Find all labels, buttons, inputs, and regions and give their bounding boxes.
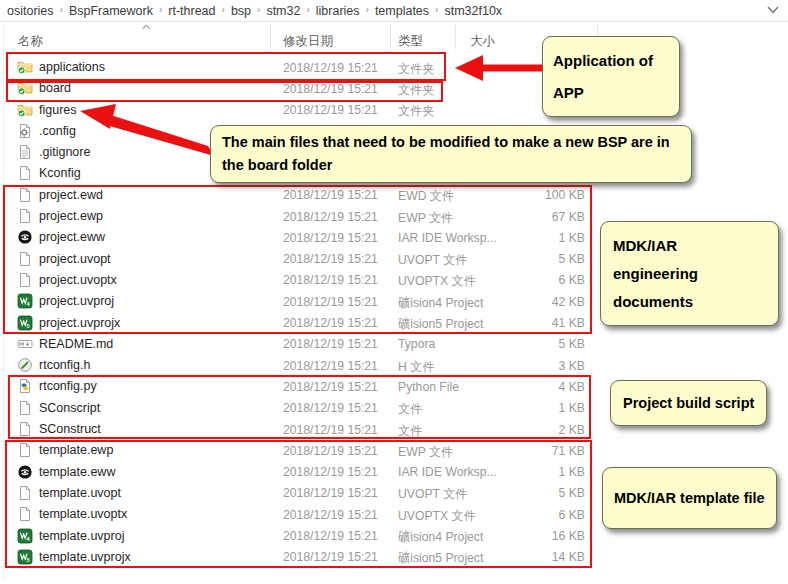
file-row-board[interactable]: board2018/12/19 15:21文件夹 bbox=[0, 78, 600, 99]
breadcrumb-separator-icon: › bbox=[256, 4, 261, 15]
file-date: 2018/12/19 15:21 bbox=[283, 401, 378, 415]
file-name: template.uvoptx bbox=[39, 507, 127, 521]
file-type: 文件夹 bbox=[398, 103, 435, 120]
file-date: 2018/12/19 15:21 bbox=[283, 82, 378, 96]
breadcrumb-item-BspFramework[interactable]: BspFramework bbox=[64, 4, 158, 18]
blank-file-icon bbox=[17, 165, 33, 181]
keil-uvision4-icon: 4 bbox=[17, 293, 33, 309]
file-date: 2018/12/19 15:21 bbox=[283, 444, 378, 458]
file-size: 1 KB bbox=[445, 465, 585, 479]
file-size: 2 KB bbox=[445, 423, 585, 437]
file-name: template.uvproj bbox=[39, 529, 124, 543]
file-size: 71 KB bbox=[445, 444, 585, 458]
callout-application-of-app: Application of APP bbox=[542, 36, 680, 117]
file-name: project.uvoptx bbox=[39, 273, 117, 287]
file-name: project.eww bbox=[39, 230, 105, 244]
file-size: 1 KB bbox=[445, 231, 585, 245]
file-row-template.uvopt[interactable]: template.uvopt2018/12/19 15:21UVOPT 文件5 … bbox=[0, 483, 600, 504]
file-name: SConstruct bbox=[39, 422, 101, 436]
folder-checked-icon bbox=[17, 102, 33, 118]
blank-file-icon bbox=[17, 272, 33, 288]
file-row-template.uvprojx[interactable]: 5template.uvprojx2018/12/19 15:21礦ision5… bbox=[0, 547, 600, 568]
file-row-SConscript[interactable]: SConscript2018/12/19 15:21文件1 KB bbox=[0, 398, 600, 419]
file-row-project.uvprojx[interactable]: 5project.uvprojx2018/12/19 15:21礦ision5 … bbox=[0, 313, 600, 334]
file-name: template.uvopt bbox=[39, 486, 121, 500]
file-type: 文件夹 bbox=[398, 82, 435, 99]
file-size: 67 KB bbox=[445, 210, 585, 224]
breadcrumb-item-stm32f10x[interactable]: stm32f10x bbox=[439, 4, 507, 18]
keil-uvision4-icon: 4 bbox=[17, 528, 33, 544]
breadcrumb-item-libraries[interactable]: libraries bbox=[311, 4, 365, 18]
file-date: 2018/12/19 15:21 bbox=[283, 508, 378, 522]
file-size: 42 KB bbox=[445, 295, 585, 309]
file-size: 5 KB bbox=[445, 486, 585, 500]
file-date: 2018/12/19 15:21 bbox=[283, 486, 378, 500]
blank-file-icon bbox=[17, 208, 33, 224]
blank-file-icon bbox=[17, 400, 33, 416]
file-date: 2018/12/19 15:21 bbox=[283, 252, 378, 266]
file-name: project.ewp bbox=[39, 209, 103, 223]
callout-project-build-script: Project build script bbox=[610, 380, 767, 426]
file-type: 文件 bbox=[398, 423, 422, 440]
file-row-SConstruct[interactable]: SConstruct2018/12/19 15:21文件2 KB bbox=[0, 419, 600, 440]
file-name: figures bbox=[39, 103, 77, 117]
file-name: SConscript bbox=[39, 401, 100, 415]
file-row-project.uvproj[interactable]: 4project.uvproj2018/12/19 15:21礦ision4 P… bbox=[0, 291, 600, 312]
breadcrumb-item-templates[interactable]: templates bbox=[370, 4, 434, 18]
column-header-date[interactable]: 修改日期 bbox=[283, 33, 333, 50]
file-row-rtconfig.py[interactable]: rtconfig.py2018/12/19 15:21Python File4 … bbox=[0, 376, 600, 397]
callout-board-folder-note: The main files that need to be modified … bbox=[210, 125, 692, 183]
file-type: 文件 bbox=[398, 401, 422, 418]
file-row-project.uvopt[interactable]: project.uvopt2018/12/19 15:21UVOPT 文件5 K… bbox=[0, 249, 600, 270]
file-name: project.uvproj bbox=[39, 294, 114, 308]
column-separator bbox=[390, 25, 391, 49]
file-size: 14 KB bbox=[445, 550, 585, 564]
breadcrumb-item-stm32[interactable]: stm32 bbox=[261, 4, 305, 18]
file-row-applications[interactable]: applications2018/12/19 15:21文件夹 bbox=[0, 57, 600, 78]
file-row-template.eww[interactable]: template.eww2018/12/19 15:21IAR IDE Work… bbox=[0, 462, 600, 483]
breadcrumb-item-ositories[interactable]: ositories bbox=[2, 4, 59, 18]
file-row-project.uvoptx[interactable]: project.uvoptx2018/12/19 15:21UVOPTX 文件6… bbox=[0, 270, 600, 291]
file-size: 6 KB bbox=[445, 273, 585, 287]
file-date: 2018/12/19 15:21 bbox=[283, 231, 378, 245]
sort-ascending-icon[interactable]: ^ bbox=[142, 24, 150, 35]
file-row-project.ewd[interactable]: project.ewd2018/12/19 15:21EWD 文件100 KB bbox=[0, 185, 600, 206]
file-size: 1 KB bbox=[445, 401, 585, 415]
file-size: 100 KB bbox=[445, 188, 585, 202]
file-name: project.ewd bbox=[39, 188, 103, 202]
column-header-name[interactable]: 名称 bbox=[18, 33, 43, 50]
file-row-template.ewp[interactable]: template.ewp2018/12/19 15:21EWP 文件71 KB bbox=[0, 440, 600, 461]
file-name: project.uvopt bbox=[39, 252, 111, 266]
iar-workspace-icon bbox=[17, 229, 33, 245]
file-date: 2018/12/19 15:21 bbox=[283, 423, 378, 437]
file-date: 2018/12/19 15:21 bbox=[283, 210, 378, 224]
file-name: rtconfig.py bbox=[39, 379, 97, 393]
breadcrumb-item-rt-thread[interactable]: rt-thread bbox=[163, 4, 220, 18]
callout-mdk-iar-engineering: MDK/IAR engineering documents bbox=[600, 221, 779, 326]
column-separator bbox=[270, 25, 271, 49]
file-date: 2018/12/19 15:21 bbox=[283, 465, 378, 479]
breadcrumb-item-bsp[interactable]: bsp bbox=[226, 4, 256, 18]
file-date: 2018/12/19 15:21 bbox=[283, 550, 378, 564]
file-row-README.md[interactable]: README.md2018/12/19 15:21Typora5 KB bbox=[0, 334, 600, 355]
file-row-rtconfig.h[interactable]: rtconfig.h2018/12/19 15:21H 文件3 KB bbox=[0, 355, 600, 376]
file-row-project.eww[interactable]: project.eww2018/12/19 15:21IAR IDE Works… bbox=[0, 227, 600, 248]
file-date: 2018/12/19 15:21 bbox=[283, 359, 378, 373]
file-date: 2018/12/19 15:21 bbox=[283, 295, 378, 309]
column-header-type[interactable]: 类型 bbox=[398, 33, 423, 50]
folder-checked-icon bbox=[17, 80, 33, 96]
column-header-size[interactable]: 大小 bbox=[470, 33, 495, 50]
svg-text:5: 5 bbox=[27, 323, 30, 329]
file-row-template.uvoptx[interactable]: template.uvoptx2018/12/19 15:21UVOPTX 文件… bbox=[0, 504, 600, 525]
file-row-project.ewp[interactable]: project.ewp2018/12/19 15:21EWP 文件67 KB bbox=[0, 206, 600, 227]
keil-uvision5-icon: 5 bbox=[17, 549, 33, 565]
file-row-figures[interactable]: figures2018/12/19 15:21文件夹 bbox=[0, 100, 600, 121]
file-type: 文件夹 bbox=[398, 61, 435, 78]
file-size: 5 KB bbox=[445, 337, 585, 351]
file-row-template.uvproj[interactable]: 4template.uvproj2018/12/19 15:21礦ision4 … bbox=[0, 526, 600, 547]
file-type: H 文件 bbox=[398, 359, 435, 376]
file-date: 2018/12/19 15:21 bbox=[283, 337, 378, 351]
markdown-file-icon bbox=[17, 336, 33, 352]
chevron-down-icon[interactable] bbox=[766, 5, 780, 15]
file-name: template.eww bbox=[39, 465, 115, 479]
